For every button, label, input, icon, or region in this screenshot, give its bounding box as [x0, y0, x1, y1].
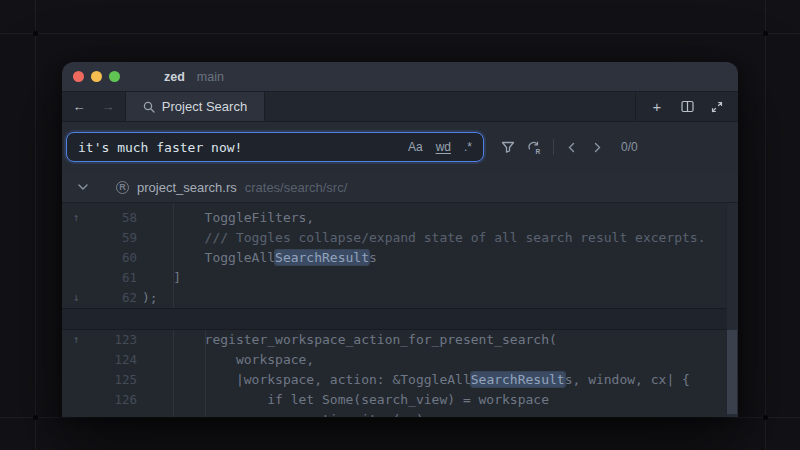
code-text[interactable]: register_workspace_action_for_present_se…: [142, 330, 557, 350]
code-line-124: 124 workspace,: [62, 350, 738, 370]
code-segment: );: [142, 290, 158, 305]
code-segment: if let Some(search_view) = workspace: [142, 392, 549, 407]
code-line-62: ↓62);: [62, 288, 738, 308]
excerpt-block: ↑58 ToggleFilters,59 /// Toggles collaps…: [62, 203, 738, 308]
excerpt-block: ↑123 register_workspace_action_for_prese…: [62, 330, 738, 417]
forward-button[interactable]: →: [100, 99, 116, 114]
regex-toggle[interactable]: .*: [464, 140, 472, 154]
zoom-button[interactable]: [109, 71, 120, 82]
previous-match-button[interactable]: [563, 139, 579, 155]
grid-line-horizontal-bottom: [0, 417, 800, 418]
code-line-123: ↑123 register_workspace_action_for_prese…: [62, 330, 738, 350]
code-segment: ToggleAll: [142, 250, 275, 265]
search-option-toggles: Aa wd .*: [408, 140, 472, 154]
code-text[interactable]: );: [142, 288, 158, 308]
code-line-61: 61 ]: [62, 268, 738, 288]
scrollbar-thumb[interactable]: [727, 330, 737, 414]
excerpt-divider: [62, 308, 738, 330]
pane-controls: +: [635, 92, 738, 121]
line-number: 60: [80, 248, 137, 268]
file-result-header[interactable]: R project_search.rs crates/search/src/: [62, 172, 738, 203]
code-line-126: 126 if let Some(search_view) = workspace: [62, 390, 738, 410]
line-number: 123: [80, 330, 137, 350]
code-segment: s: [369, 250, 377, 265]
line-number: 126: [80, 390, 137, 410]
line-number: 62: [80, 288, 137, 308]
title-bar[interactable]: zed main: [62, 62, 738, 92]
tab-bar-spacer: [265, 92, 635, 121]
code-line-58: ↑58 ToggleFilters,: [62, 208, 738, 228]
minimize-button[interactable]: [91, 71, 102, 82]
code-text[interactable]: ToggleFilters,: [142, 208, 314, 228]
toolbar-divider: [553, 139, 554, 155]
code-text[interactable]: |workspace, action: &ToggleAllSearchResu…: [142, 370, 690, 390]
code-line-60: 60 ToggleAllSearchResults: [62, 248, 738, 268]
search-toolbar: it's much faster now! Aa wd .* R: [62, 122, 738, 172]
code-segment: register_workspace_action_for_present_se…: [142, 332, 557, 347]
search-results-editor: R project_search.rs crates/search/src/ ↑…: [62, 172, 738, 417]
grid-line-vertical-right: [765, 0, 766, 450]
tab-bar: ← → Project Search +: [62, 92, 738, 122]
grid-line-vertical-left: [35, 0, 36, 450]
grid-dot: [763, 31, 768, 36]
git-branch[interactable]: main: [197, 70, 224, 84]
funnel-icon[interactable]: [498, 137, 518, 157]
search-icon: [143, 101, 155, 113]
code-text[interactable]: .active_item(cx): [142, 410, 424, 417]
code-text[interactable]: workspace,: [142, 350, 314, 370]
svg-text:R: R: [536, 147, 541, 154]
case-sensitive-toggle[interactable]: Aa: [408, 140, 423, 154]
code-segment: ToggleFilters,: [142, 210, 314, 225]
tab-project-search[interactable]: Project Search: [125, 92, 265, 121]
code-segment: workspace,: [142, 352, 314, 367]
search-actions: R 0/0: [498, 137, 638, 157]
match-navigation: 0/0: [563, 139, 638, 155]
code-comment: /// Toggles collapse/expand state of all…: [142, 230, 706, 245]
code-segment: s, window, cx| {: [565, 372, 690, 387]
search-input[interactable]: it's much faster now! Aa wd .*: [66, 132, 484, 162]
code-segment: ]: [142, 270, 181, 285]
code-line-59: 59 /// Toggles collapse/expand state of …: [62, 228, 738, 248]
excerpt-list: ↑58 ToggleFilters,59 /// Toggles collaps…: [62, 203, 738, 417]
search-match-highlight: SearchResult: [275, 250, 369, 265]
expand-icon[interactable]: [706, 96, 728, 118]
editor-scrollbar[interactable]: [726, 203, 738, 417]
file-name: project_search.rs: [137, 180, 237, 195]
back-button[interactable]: ←: [71, 99, 87, 114]
code-segment: |workspace, action: &ToggleAll: [142, 372, 471, 387]
match-count: 0/0: [621, 140, 638, 154]
tab-label: Project Search: [162, 99, 247, 114]
search-match-highlight: SearchResult: [471, 372, 565, 387]
grid-dot: [33, 415, 38, 420]
chevron-down-icon[interactable]: [78, 184, 90, 190]
grid-dot: [33, 31, 38, 36]
traffic-lights: [73, 71, 120, 82]
code-text[interactable]: ]: [142, 268, 181, 288]
project-title[interactable]: zed: [164, 70, 185, 84]
file-path: crates/search/src/: [245, 180, 348, 195]
whole-word-toggle[interactable]: wd: [436, 140, 451, 154]
history-navigation: ← →: [62, 92, 125, 121]
code-line-125: 125 |workspace, action: &ToggleAllSearch…: [62, 370, 738, 390]
search-query-text[interactable]: it's much faster now!: [78, 140, 408, 155]
replace-icon[interactable]: R: [524, 137, 544, 157]
zed-window: zed main ← → Project Search + it's mu: [62, 62, 738, 417]
grid-line-horizontal-top: [0, 33, 800, 34]
rust-file-icon: R: [116, 181, 129, 194]
line-number: 124: [80, 350, 137, 370]
split-pane-icon[interactable]: [676, 96, 698, 118]
code-text[interactable]: /// Toggles collapse/expand state of all…: [142, 228, 706, 248]
line-number: 61: [80, 268, 137, 288]
grid-dot: [763, 415, 768, 420]
code-line-partial: .active_item(cx): [62, 410, 738, 417]
code-segment: .active_item(cx): [142, 412, 424, 417]
code-text[interactable]: if let Some(search_view) = workspace: [142, 390, 549, 410]
new-tab-button[interactable]: +: [646, 96, 668, 118]
line-number: 59: [80, 228, 137, 248]
code-text[interactable]: ToggleAllSearchResults: [142, 248, 377, 268]
next-match-button[interactable]: [589, 139, 605, 155]
line-number: 58: [80, 208, 137, 228]
line-number: 125: [80, 370, 137, 390]
close-button[interactable]: [73, 71, 84, 82]
